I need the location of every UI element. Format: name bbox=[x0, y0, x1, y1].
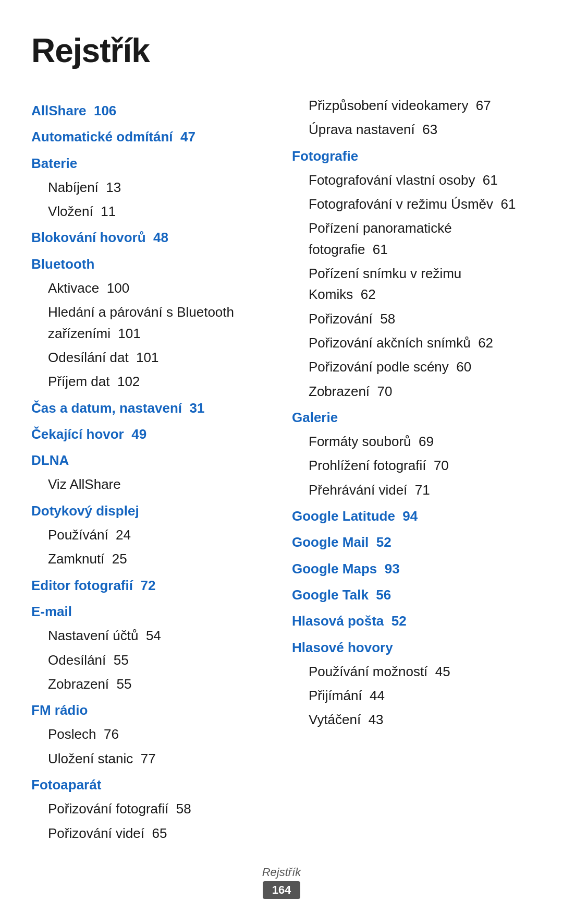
index-heading: Bluetooth bbox=[31, 254, 271, 274]
index-heading: Editor fotografií 72 bbox=[31, 575, 271, 596]
index-heading: Fotografie bbox=[292, 146, 532, 166]
index-sub-entry: Uložení stanic 77 bbox=[31, 748, 271, 769]
index-sub-entry: Používání 24 bbox=[31, 524, 271, 545]
index-heading: Dotykový displej bbox=[31, 500, 271, 521]
index-sub-entry: Fotografování v režimu Úsměv 61 bbox=[292, 194, 532, 214]
index-columns: AllShare 106Automatické odmítání 47Bater… bbox=[31, 95, 532, 847]
heading-label: Baterie bbox=[31, 155, 77, 171]
index-sub-entry: Přizpůsobení videokamery 67 bbox=[292, 95, 532, 116]
index-sub-entry: Vložení 11 bbox=[31, 201, 271, 222]
index-heading: Blokování hovorů 48 bbox=[31, 227, 271, 248]
index-heading: Hlasová pošta 52 bbox=[292, 610, 532, 631]
index-sub-entry: Nabíjení 13 bbox=[31, 177, 271, 198]
index-sub-entry: Úprava nastavení 63 bbox=[292, 119, 532, 140]
heading-label: Fotoaparát bbox=[31, 777, 101, 793]
heading-label: Fotografie bbox=[292, 148, 358, 164]
index-sub-entry: Používání možností 45 bbox=[292, 661, 532, 682]
index-heading: Baterie bbox=[31, 153, 271, 174]
index-heading: Fotoaparát bbox=[31, 774, 271, 795]
index-sub-entry: Fotografování vlastní osoby 61 bbox=[292, 170, 532, 190]
index-sub-entry: Prohlížení fotografií 70 bbox=[292, 455, 532, 476]
index-sub-entry: Hledání a párování s Bluetooth zařízením… bbox=[31, 302, 271, 344]
heading-label: Hlasové hovory bbox=[292, 640, 393, 655]
heading-label: Bluetooth bbox=[31, 256, 94, 272]
index-heading: Čekající hovor 49 bbox=[31, 424, 271, 445]
heading-label: Google Mail 52 bbox=[292, 534, 391, 550]
index-sub-entry: Pořizování podle scény 60 bbox=[292, 356, 532, 377]
heading-label: Čas a datum, nastavení 31 bbox=[31, 400, 204, 416]
footer-label: Rejstřík bbox=[0, 866, 563, 879]
heading-label: AllShare 106 bbox=[31, 103, 116, 118]
index-heading: Hlasové hovory bbox=[292, 637, 532, 658]
index-sub-entry: Pořízení snímku v režimu Komiks 62 bbox=[292, 263, 532, 305]
index-heading: Čas a datum, nastavení 31 bbox=[31, 398, 271, 418]
index-heading: Galerie bbox=[292, 407, 532, 428]
index-sub-entry: Zamknutí 25 bbox=[31, 548, 271, 569]
index-sub-entry: Pořizování akčních snímků 62 bbox=[292, 332, 532, 353]
index-heading: AllShare 106 bbox=[31, 100, 271, 121]
index-sub-entry: Zobrazení 70 bbox=[292, 381, 532, 402]
index-heading: Automatické odmítání 47 bbox=[31, 126, 271, 147]
index-sub-entry: Pořizování fotografií 58 bbox=[31, 798, 271, 819]
heading-label: Hlasová pošta 52 bbox=[292, 613, 407, 629]
index-sub-entry: Vytáčení 43 bbox=[292, 709, 532, 730]
heading-label: Automatické odmítání 47 bbox=[31, 129, 195, 145]
index-heading: Google Latitude 94 bbox=[292, 506, 532, 526]
index-sub-entry: Viz AllShare bbox=[31, 474, 271, 495]
index-heading: Google Mail 52 bbox=[292, 532, 532, 553]
right-column: Přizpůsobení videokamery 67Úprava nastav… bbox=[292, 95, 532, 847]
index-heading: Google Maps 93 bbox=[292, 558, 532, 579]
left-column: AllShare 106Automatické odmítání 47Bater… bbox=[31, 95, 271, 847]
heading-label: Dotykový displej bbox=[31, 503, 139, 519]
index-sub-entry: Poslech 76 bbox=[31, 724, 271, 745]
index-sub-entry: Pořízení panoramatické fotografie 61 bbox=[292, 218, 532, 260]
index-sub-entry: Pořizování 58 bbox=[292, 308, 532, 329]
heading-label: Čekající hovor 49 bbox=[31, 426, 146, 442]
page-title: Rejstřík bbox=[31, 31, 532, 70]
index-heading: FM rádio bbox=[31, 700, 271, 721]
index-sub-entry: Odesílání dat 101 bbox=[31, 347, 271, 368]
index-sub-entry: Přehrávání videí 71 bbox=[292, 479, 532, 500]
index-sub-entry: Aktivace 100 bbox=[31, 278, 271, 298]
index-sub-entry: Pořizování videí 65 bbox=[31, 823, 271, 844]
heading-label: Editor fotografií 72 bbox=[31, 578, 155, 593]
index-sub-entry: Odesílání 55 bbox=[31, 650, 271, 670]
heading-label: Google Talk 56 bbox=[292, 587, 391, 603]
footer: Rejstřík 164 bbox=[0, 866, 563, 899]
heading-label: Google Latitude 94 bbox=[292, 508, 418, 524]
index-heading: Google Talk 56 bbox=[292, 584, 532, 605]
heading-label: E-mail bbox=[31, 604, 72, 619]
index-heading: DLNA bbox=[31, 450, 271, 471]
index-sub-entry: Přijímání 44 bbox=[292, 685, 532, 706]
index-sub-entry: Formáty souborů 69 bbox=[292, 431, 532, 452]
footer-page: 164 bbox=[263, 881, 301, 899]
index-sub-entry: Nastavení účtů 54 bbox=[31, 625, 271, 646]
heading-label: Blokování hovorů 48 bbox=[31, 230, 168, 245]
heading-label: FM rádio bbox=[31, 702, 88, 718]
index-sub-entry: Příjem dat 102 bbox=[31, 371, 271, 392]
index-heading: E-mail bbox=[31, 601, 271, 622]
heading-label: Galerie bbox=[292, 410, 338, 425]
heading-label: Google Maps 93 bbox=[292, 561, 400, 577]
heading-label: DLNA bbox=[31, 452, 69, 468]
index-sub-entry: Zobrazení 55 bbox=[31, 674, 271, 694]
